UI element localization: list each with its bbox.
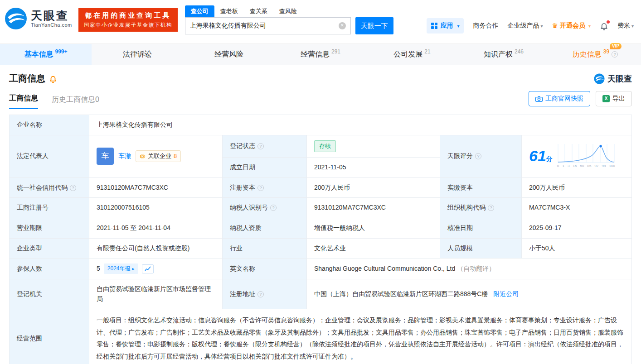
score-distribution-chart: 01 315 5085 9799 100 bbox=[557, 143, 616, 169]
score-label: 天眼评分? bbox=[440, 135, 522, 177]
watermark-label: 天眼查 bbox=[607, 73, 632, 84]
search-tab-relation[interactable]: 查关系 bbox=[244, 5, 273, 17]
industry-value: 文化艺术业 bbox=[307, 238, 440, 259]
official-snapshot-button[interactable]: 工商官网快照 bbox=[529, 91, 590, 106]
legal-rep-label: 法定代表人 bbox=[10, 135, 89, 177]
clear-icon[interactable]: × bbox=[339, 22, 346, 29]
score-axis-ticks: 01 315 5085 9799 100 bbox=[557, 163, 615, 169]
business-scope-label: 经营范围 bbox=[10, 309, 89, 364]
site-header: 天眼查 TianYanCha.com 都在用的商业查询工具 国家中小企业发展子基… bbox=[0, 0, 641, 43]
export-button[interactable]: X 导出 bbox=[596, 91, 632, 106]
search-tab-boss[interactable]: 查老板 bbox=[214, 5, 244, 17]
search-box[interactable]: × bbox=[185, 17, 351, 34]
search-input[interactable] bbox=[190, 22, 339, 29]
annual-report-tag[interactable]: 2024年报▸ bbox=[104, 263, 138, 274]
table-row: 企业类型 有限责任公司(自然人投资或控股) 行业 文化艺术业 人员规模 小于50… bbox=[10, 238, 632, 259]
info-icon[interactable]: ? bbox=[475, 153, 481, 159]
related-companies-badge[interactable]: 关联企业 8 bbox=[136, 150, 181, 162]
subscribe-bell-icon[interactable] bbox=[49, 75, 57, 83]
search-tab-risk[interactable]: 查风险 bbox=[273, 5, 303, 17]
auto-translate-note: （自动翻译） bbox=[457, 265, 495, 272]
logo-title: 天眼查 bbox=[31, 10, 72, 22]
nearby-companies-link[interactable]: 附近公司 bbox=[493, 290, 519, 297]
camera-icon bbox=[535, 96, 543, 102]
info-icon[interactable]: ? bbox=[257, 143, 264, 149]
apps-menu-button[interactable]: 应用 ▾ bbox=[427, 18, 464, 34]
org-code-value: MA7C7MC3-X bbox=[522, 198, 632, 218]
subtab-business-info[interactable]: 工商信息 bbox=[9, 94, 38, 109]
subtab-history-business-info[interactable]: 历史工商信息0 bbox=[52, 95, 99, 109]
table-row: 工商注册号 310120007516105 纳税人识别号? 91310120MA… bbox=[10, 198, 632, 218]
taxpayer-id-value: 91310120MA7C7MC3XC bbox=[307, 198, 440, 218]
info-icon[interactable]: ? bbox=[488, 205, 494, 211]
notifications-button[interactable] bbox=[600, 22, 608, 30]
credit-code-value: 91310120MA7C7MC3XC bbox=[89, 177, 223, 198]
tab-badge: 21 bbox=[424, 48, 430, 55]
tab-history-info[interactable]: 历史信息 39 VIP ? bbox=[549, 44, 641, 65]
english-name-value: Shanghai Guoge Cultural Communication Co… bbox=[307, 259, 632, 279]
reg-capital-label: 注册资本? bbox=[223, 177, 307, 198]
logo-wave-icon bbox=[594, 73, 605, 84]
company-nav-tabs: 基本信息999+ 法律诉讼 经营风险 经营信息291 公司发展21 知识产权24… bbox=[0, 43, 641, 65]
tab-badge: 39 bbox=[603, 48, 609, 55]
business-cooperation-link[interactable]: 商务合作 bbox=[473, 22, 498, 30]
tab-badge: 291 bbox=[331, 48, 340, 55]
table-row: 统一社会信用代码? 91310120MA7C7MC3XC 注册资本? 200万人… bbox=[10, 177, 632, 198]
score-marker-dot bbox=[599, 145, 602, 148]
info-icon[interactable]: ? bbox=[270, 205, 277, 211]
insured-count-label: 参保人数 bbox=[10, 259, 89, 279]
business-term-value: 2021-11-05 至 2041-11-04 bbox=[89, 218, 223, 238]
tab-badge: 246 bbox=[515, 48, 524, 55]
business-info-table: 企业名称 上海果格文化传播有限公司 法定代表人 车 车澈 关联企业 8 bbox=[9, 115, 632, 364]
table-row: 法定代表人 车 车澈 关联企业 8 登记状态? 存续 天眼评分? bbox=[10, 135, 632, 157]
link-rings-icon bbox=[140, 153, 146, 159]
paid-capital-value: 200万人民币 bbox=[522, 177, 632, 198]
company-type-label: 企业类型 bbox=[10, 238, 89, 259]
taxpayer-quality-label: 纳税人资质 bbox=[223, 218, 307, 238]
english-name-label: 英文名称 bbox=[223, 259, 307, 279]
reg-status-label: 登记状态? bbox=[223, 135, 307, 157]
tianyancha-logo[interactable]: 天眼查 TianYanCha.com bbox=[5, 7, 72, 30]
chevron-down-icon: ▾ bbox=[588, 24, 591, 29]
tab-intellectual-property[interactable]: 知识产权246 bbox=[458, 44, 549, 65]
table-row: 登记机关 自由贸易试验区临港新片区市场监督管理局 注册地址? 中国（上海）自由贸… bbox=[10, 279, 632, 309]
search-tab-company[interactable]: 查公司 bbox=[185, 5, 214, 17]
tianyancha-watermark: 天眼查 bbox=[594, 73, 632, 84]
info-icon[interactable]: ? bbox=[257, 185, 264, 191]
vip-upgrade-link[interactable]: ♛ 开通会员 ▾ bbox=[552, 22, 590, 30]
info-icon[interactable]: ? bbox=[612, 51, 618, 57]
tab-operating-info[interactable]: 经营信息291 bbox=[275, 44, 366, 65]
logo-wave-icon bbox=[5, 7, 27, 30]
tab-basic-info[interactable]: 基本信息999+ bbox=[0, 44, 92, 65]
est-date-label: 成立日期 bbox=[223, 157, 307, 177]
staff-size-label: 人员规模 bbox=[440, 238, 522, 259]
reg-number-label: 工商注册号 bbox=[10, 198, 89, 218]
tab-company-development[interactable]: 公司发展21 bbox=[366, 44, 458, 65]
chevron-down-icon: ▾ bbox=[540, 24, 543, 29]
legal-rep-link[interactable]: 车澈 bbox=[118, 151, 131, 161]
user-menu[interactable]: 费米▾ bbox=[617, 22, 634, 30]
business-scope-value: 一般项目：组织文化艺术交流活动；信息咨询服务（不含许可类信息咨询服务）；企业管理… bbox=[89, 309, 632, 364]
tab-operating-risk[interactable]: 经营风险 bbox=[183, 44, 275, 65]
main-content: 工商信息 天眼查 工商信息 历史工商信息0 工商官网快照 bbox=[0, 72, 641, 364]
promo-line2: 国家中小企业发展子基金旗下机构 bbox=[84, 22, 172, 29]
score-curve bbox=[557, 143, 616, 164]
reg-address-value: 中国（上海）自由贸易试验区临港新片区环湖西二路888号C楼 附近公司 bbox=[307, 279, 632, 309]
status-badge: 存续 bbox=[314, 140, 336, 152]
trend-chart-button[interactable] bbox=[142, 264, 154, 273]
score-value: 61分 01 bbox=[522, 135, 632, 177]
section-subtabs: 工商信息 历史工商信息0 工商官网快照 X 导出 bbox=[9, 91, 632, 109]
search-button[interactable]: 天眼一下 bbox=[355, 17, 393, 34]
avatar[interactable]: 车 bbox=[97, 148, 114, 165]
business-term-label: 营业期限 bbox=[10, 218, 89, 238]
apps-label: 应用 bbox=[440, 22, 453, 30]
org-code-label: 组织机构代码? bbox=[440, 198, 522, 218]
tab-legal-proceedings[interactable]: 法律诉讼 bbox=[92, 44, 183, 65]
info-icon[interactable]: ? bbox=[70, 185, 76, 191]
enterprise-products-link[interactable]: 企业级产品▾ bbox=[507, 22, 543, 30]
promo-banner: 都在用的商业查询工具 国家中小企业发展子基金旗下机构 bbox=[78, 8, 178, 32]
insured-count-value: 5 2024年报▸ bbox=[89, 259, 223, 279]
info-icon[interactable]: ? bbox=[257, 291, 264, 297]
header-actions: 应用 ▾ 商务合作 企业级产品▾ ♛ 开通会员 ▾ 费米▾ bbox=[427, 18, 634, 34]
table-row: 参保人数 5 2024年报▸ 英文名称 Shanghai Guoge Cultu… bbox=[10, 259, 632, 279]
